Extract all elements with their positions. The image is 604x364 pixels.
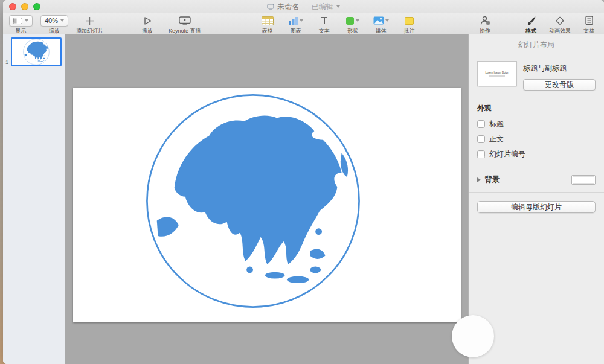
animate-button[interactable]: 动画效果 [549,15,571,35]
document-proxy-icon [267,4,274,10]
table-button[interactable]: 表格 [259,15,277,35]
background-color-well[interactable] [571,175,596,185]
chevron-down-icon [60,19,64,22]
chevron-down-icon [356,19,359,22]
layout-thumb-subtitle-line [489,75,505,77]
title-checkbox[interactable] [477,120,485,128]
slide-number-checkbox-label: 幻灯片编号 [489,149,525,159]
format-inspector: 幻灯片布局 Lorem Ipsum Dolor 标题与副标题 更改母版 外观 [468,34,604,364]
format-button[interactable]: 格式 [522,15,540,35]
document-button[interactable]: 文稿 [580,15,598,35]
text-button[interactable]: 文本 [315,15,333,35]
slide-number: 1 [3,59,11,66]
slide-thumbnail-selected[interactable] [11,37,62,66]
zoom-value: 40% [45,17,58,24]
appearance-section: 外观 标题 正文 幻灯片编号 [469,97,604,167]
layout-thumb-title: Lorem Ipsum Dolor [486,71,509,74]
slide-number-checkbox[interactable] [477,150,485,158]
background-row: 背景 [469,167,604,192]
globe-image[interactable] [144,92,362,310]
comment-button[interactable]: 批注 [400,15,419,35]
layout-thumbnail[interactable]: Lorem Ipsum Dolor [477,61,517,86]
keynote-window: 未命名 — 已编辑 显示 40% [3,0,604,364]
media-button[interactable]: 媒体 [372,15,390,35]
add-slide-button[interactable]: 添加幻灯片 [76,15,103,35]
chevron-down-icon[interactable] [336,5,340,8]
content-area: 1 幻灯片布局 Lorem Ipsum Dolor [3,34,604,364]
minimize-button[interactable] [21,3,28,10]
slide-canvas[interactable] [65,34,468,364]
title-checkbox-label: 标题 [489,119,504,129]
corner-overlay-circle [452,315,494,357]
slide-layout-row: Lorem Ipsum Dolor 标题与副标题 更改母版 [469,54,604,97]
edit-master-button[interactable]: 编辑母版幻灯片 [477,201,596,213]
chevron-down-icon [385,19,389,22]
background-label: 背景 [485,174,500,185]
slide[interactable] [73,88,461,322]
document-title: 未命名 [277,2,299,12]
desktop: 未命名 — 已编辑 显示 40% [0,0,604,364]
collaborate-icon [480,16,490,25]
media-icon [373,16,384,25]
keynote-live-icon [179,16,191,25]
body-checkbox[interactable] [477,135,485,143]
close-button[interactable] [9,3,16,10]
option-row-slide-number: 幻灯片编号 [477,149,596,159]
chart-icon [288,16,298,25]
chevron-down-icon [300,19,303,22]
slide-thumbnail-row[interactable]: 1 [3,37,65,66]
option-row-body: 正文 [477,134,596,144]
sidebar-view-icon [13,18,22,24]
globe-thumbnail [23,39,50,65]
window-title: 未命名 — 已编辑 [3,2,604,12]
chart-button[interactable]: 图表 [287,15,305,35]
paintbrush-icon [526,16,536,26]
edited-status: — 已编辑 [302,2,333,12]
fullscreen-button[interactable] [33,3,40,10]
change-master-button[interactable]: 更改母版 [523,79,596,91]
plus-icon [85,16,94,25]
zoom-control[interactable]: 40% 缩放 [40,15,68,35]
comment-icon [405,17,414,25]
slide-navigator: 1 [3,34,65,364]
appearance-title: 外观 [477,103,596,113]
toolbar: 显示 40% 缩放 添加幻灯片 [3,13,604,34]
document-icon [585,16,593,25]
option-row-title: 标题 [477,119,596,129]
animate-diamond-icon [555,16,565,25]
text-T-icon [320,16,329,25]
shape-button[interactable]: 形状 [344,15,362,35]
traffic-lights [9,3,40,10]
disclosure-triangle-icon[interactable] [477,177,481,182]
view-button[interactable]: 显示 [9,15,33,35]
collaborate-button[interactable]: 协作 [476,15,494,35]
table-icon [262,16,274,25]
chevron-down-icon [25,19,28,22]
play-icon [143,16,152,25]
edit-master-section: 编辑母版幻灯片 [469,193,604,217]
inspector-header: 幻灯片布局 [469,34,604,54]
shape-icon [345,16,355,25]
layout-name: 标题与副标题 [523,63,596,74]
keynote-live-button[interactable]: Keynote 直播 [169,15,201,35]
titlebar: 未命名 — 已编辑 [3,0,604,13]
play-button[interactable]: 播放 [138,15,156,35]
body-checkbox-label: 正文 [489,134,504,144]
